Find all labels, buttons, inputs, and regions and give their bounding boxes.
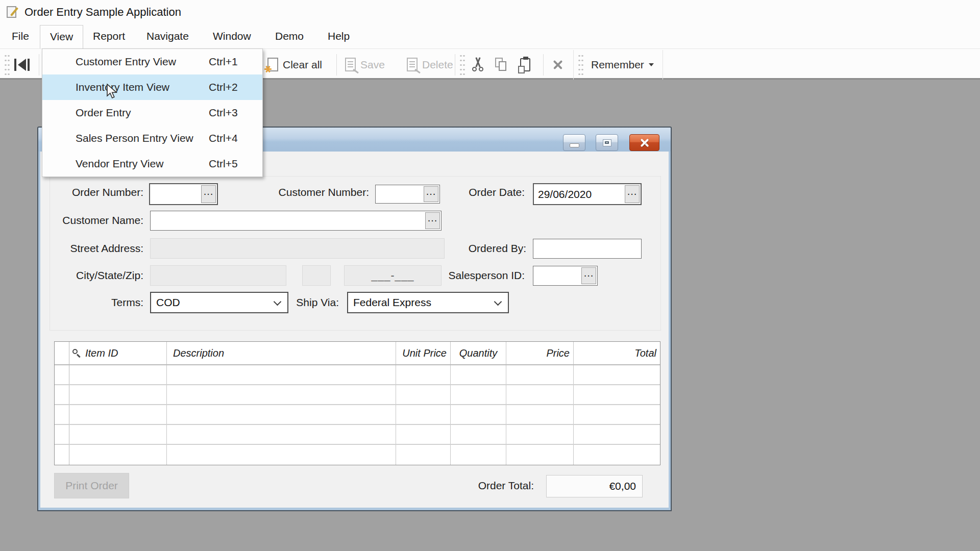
toolbar-grip[interactable]	[459, 54, 465, 76]
menu-item-order-entry[interactable]: Order Entry Ctrl+3	[42, 100, 262, 126]
remember-dropdown-button[interactable]: Remember	[591, 49, 654, 80]
menu-navigate[interactable]: Navigate	[146, 24, 189, 48]
grid-cell[interactable]	[574, 365, 660, 384]
save-label: Save	[360, 59, 385, 71]
grid-cell[interactable]	[167, 365, 396, 384]
grid-cell[interactable]	[451, 365, 506, 384]
menu-view[interactable]: View	[40, 25, 83, 48]
order-date-browse-button[interactable]: ...	[625, 185, 640, 203]
grid-cell[interactable]	[396, 405, 451, 424]
nav-first-button[interactable]	[14, 49, 30, 80]
menu-window[interactable]: Window	[213, 24, 251, 48]
grid-cell[interactable]	[396, 365, 451, 384]
grid-cell[interactable]	[69, 405, 167, 424]
grid-cell[interactable]	[69, 385, 167, 404]
grid-col-description[interactable]: Description	[167, 342, 396, 364]
grid-cell[interactable]	[451, 405, 506, 424]
first-record-icon	[14, 59, 30, 71]
cut-button[interactable]	[470, 49, 486, 80]
grid-cell[interactable]	[55, 405, 69, 424]
col-label: Description	[173, 347, 224, 359]
close-button[interactable]	[629, 134, 659, 151]
customer-number-input[interactable]: ...	[375, 185, 440, 204]
copy-button[interactable]	[494, 49, 509, 80]
customer-name-input[interactable]: ...	[150, 211, 442, 231]
grid-cell[interactable]	[574, 425, 660, 444]
grid-cell[interactable]	[451, 385, 506, 404]
grid-cell[interactable]	[506, 405, 574, 424]
maximize-button[interactable]	[596, 134, 618, 151]
grid-row[interactable]	[55, 425, 660, 445]
order-date-input[interactable]: 29/06/2020 ...	[533, 183, 642, 205]
col-label: Quantity	[459, 347, 497, 359]
grid-cell[interactable]	[167, 405, 396, 424]
order-number-browse-button[interactable]: ...	[201, 185, 216, 203]
grid-cell[interactable]	[167, 425, 396, 444]
delete-label: Delete	[422, 59, 453, 71]
grid-row[interactable]	[55, 405, 660, 425]
menu-item-customer-entry-view[interactable]: Customer Entry View Ctrl+1	[42, 49, 262, 74]
ship-via-label: Ship Via:	[296, 295, 339, 310]
terms-combobox[interactable]: COD	[150, 292, 288, 313]
grid-cell[interactable]	[396, 425, 451, 444]
grid-col-price[interactable]: Price	[506, 342, 574, 364]
grid-cell[interactable]	[451, 445, 506, 465]
grid-row[interactable]	[55, 385, 660, 405]
ship-via-combobox[interactable]: Federal Express	[347, 292, 509, 313]
grid-selector-header[interactable]	[55, 342, 69, 364]
menu-demo[interactable]: Demo	[275, 24, 304, 48]
grid-cell[interactable]	[69, 445, 167, 465]
grid-col-total[interactable]: Total	[574, 342, 660, 364]
grid-cell[interactable]	[167, 385, 396, 404]
grid-cell[interactable]	[574, 405, 660, 424]
terms-value: COD	[151, 296, 180, 309]
menu-item-shortcut: Ctrl+1	[209, 49, 238, 74]
salesperson-id-input[interactable]: ...	[533, 266, 598, 286]
grid-row[interactable]	[55, 445, 660, 465]
grid-cell[interactable]	[69, 425, 167, 444]
grid-cell[interactable]	[55, 445, 69, 465]
menu-item-vendor-entry-view[interactable]: Vendor Entry View Ctrl+5	[42, 151, 262, 177]
grid-col-item-id[interactable]: Item ID	[69, 342, 167, 364]
copy-pages-icon	[494, 57, 509, 72]
grid-cell[interactable]	[55, 365, 69, 384]
customer-name-browse-button[interactable]: ...	[425, 212, 440, 229]
grid-cell[interactable]	[574, 385, 660, 404]
grid-cell[interactable]	[69, 365, 167, 384]
grid-cell[interactable]	[396, 445, 451, 465]
toolbar-grip[interactable]	[4, 54, 10, 76]
order-number-label: Order Number:	[72, 185, 143, 200]
grid-cell[interactable]	[55, 425, 69, 444]
menu-item-sales-person-entry-view[interactable]: Sales Person Entry View Ctrl+4	[42, 126, 262, 151]
arrow-cursor	[106, 84, 119, 100]
grid-cell[interactable]	[506, 385, 574, 404]
grid-cell[interactable]	[55, 385, 69, 404]
menu-item-inventory-item-view[interactable]: Inventory Item View Ctrl+2	[42, 74, 262, 100]
toolbar-separator	[336, 54, 337, 76]
grid-col-unit-price[interactable]: Unit Price	[396, 342, 451, 364]
menu-file[interactable]: File	[12, 24, 29, 48]
grid-cell[interactable]	[574, 445, 660, 465]
discard-button[interactable]	[550, 49, 566, 80]
grid-cell[interactable]	[506, 365, 574, 384]
order-number-input[interactable]: ...	[149, 183, 218, 205]
salesperson-id-browse-button[interactable]: ...	[581, 267, 596, 284]
grid-cell[interactable]	[451, 425, 506, 444]
menu-help[interactable]: Help	[328, 24, 350, 48]
grid-cell[interactable]	[506, 445, 574, 465]
zip-input: ___-___	[344, 265, 442, 286]
ordered-by-input[interactable]	[533, 239, 642, 259]
grid-cell[interactable]	[167, 445, 396, 465]
menu-report[interactable]: Report	[93, 24, 125, 48]
grid-cell[interactable]	[396, 385, 451, 404]
paste-button[interactable]	[519, 49, 532, 80]
order-total-value: €0,00	[546, 475, 643, 497]
clear-all-button[interactable]: Clear all	[267, 49, 322, 80]
grid-row[interactable]	[55, 365, 660, 385]
grid-col-quantity[interactable]: Quantity	[451, 342, 506, 364]
toolbar-grip[interactable]	[578, 54, 584, 76]
customer-number-browse-button[interactable]: ...	[424, 186, 438, 202]
minimize-button[interactable]	[563, 134, 585, 151]
grid-cell[interactable]	[506, 425, 574, 444]
salesperson-id-label: Salesperson ID:	[449, 268, 525, 283]
